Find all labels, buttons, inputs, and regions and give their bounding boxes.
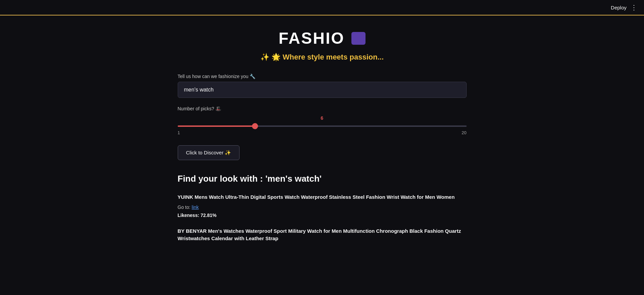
top-bar: Deploy ⋮: [0, 0, 644, 15]
slider-min-label: 1: [178, 130, 180, 135]
more-menu-button[interactable]: ⋮: [631, 3, 637, 11]
result-link-1[interactable]: link: [192, 205, 199, 210]
main-content: FASHIO ✨ 🌟 Where style meets passion... …: [171, 15, 473, 265]
app-tagline: ✨ 🌟 Where style meets passion...: [178, 53, 467, 62]
deploy-button[interactable]: Deploy: [611, 5, 627, 10]
slider-value-display: 6: [178, 115, 467, 121]
app-title-text: FASHIO: [278, 29, 345, 47]
hat-icon: [351, 32, 366, 45]
slider-range-labels: 1 20: [178, 130, 467, 135]
result-item-2: BY BENYAR Men's Watches Waterproof Sport…: [178, 227, 467, 243]
result-item-1: YUINK Mens Watch Ultra-Thin Digital Spor…: [178, 193, 467, 218]
picks-slider[interactable]: [178, 125, 467, 127]
app-title: FASHIO: [178, 29, 467, 47]
input-label: Tell us how can we fashionize you 🔧: [178, 74, 467, 79]
slider-container: [178, 122, 467, 128]
result-likeness-1: Likeness: 72.81%: [178, 213, 467, 218]
go-to-label-1: Go to:: [178, 205, 190, 210]
result-title-2: BY BENYAR Men's Watches Waterproof Sport…: [178, 227, 467, 243]
slider-max-label: 20: [462, 130, 466, 135]
result-link-row-1: Go to: link: [178, 205, 467, 210]
top-bar-right: Deploy ⋮: [611, 3, 637, 11]
slider-section: Number of picks? 🎩 6 1 20: [178, 106, 467, 135]
results-heading: Find your look with : 'men's watch': [178, 174, 467, 184]
slider-label: Number of picks? 🎩: [178, 106, 467, 111]
search-input[interactable]: [178, 82, 467, 98]
result-title-1: YUINK Mens Watch Ultra-Thin Digital Spor…: [178, 193, 467, 201]
discover-button[interactable]: Click to Discover ✨: [178, 145, 240, 160]
